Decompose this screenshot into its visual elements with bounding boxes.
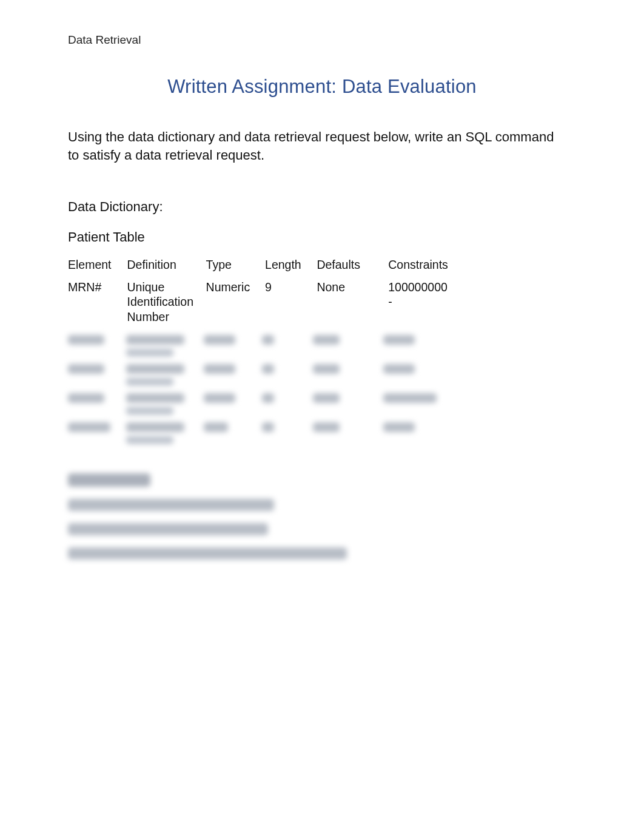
document-page: Data Retrieval Written Assignment: Data …	[0, 0, 644, 835]
document-title: Written Assignment: Data Evaluation	[68, 76, 576, 98]
cell-element: MRN#	[68, 277, 127, 329]
dictionary-table: Element Definition Type Length Defaults …	[68, 255, 456, 329]
locked-content-section	[68, 473, 576, 559]
col-length: Length	[265, 255, 317, 277]
cell-type: Numeric	[206, 277, 266, 329]
col-element: Element	[68, 255, 127, 277]
locked-line	[68, 523, 268, 535]
running-header: Data Retrieval	[68, 33, 576, 47]
table-header-row: Element Definition Type Length Defaults …	[68, 255, 456, 277]
locked-row	[68, 419, 456, 448]
col-constraints: Constraints	[388, 255, 456, 277]
intro-paragraph: Using the data dictionary and data retri…	[68, 128, 565, 164]
locked-line	[68, 547, 347, 559]
cell-constraints: 100000000 -	[388, 277, 456, 329]
locked-line	[68, 499, 274, 511]
locked-row	[68, 390, 456, 419]
cell-defaults: None	[317, 277, 388, 329]
locked-table-rows	[68, 331, 456, 448]
col-definition: Definition	[127, 255, 206, 277]
table-row: MRN# Unique Identification Number Numeri…	[68, 277, 456, 329]
data-dictionary-label: Data Dictionary:	[68, 199, 576, 215]
cell-definition: Unique Identification Number	[127, 277, 206, 329]
patient-table-label: Patient Table	[68, 229, 576, 245]
col-defaults: Defaults	[317, 255, 388, 277]
locked-row	[68, 331, 456, 360]
data-dictionary-table: Element Definition Type Length Defaults …	[68, 255, 456, 448]
locked-row	[68, 360, 456, 390]
col-type: Type	[206, 255, 266, 277]
cell-length: 9	[265, 277, 317, 329]
locked-heading	[68, 473, 150, 487]
